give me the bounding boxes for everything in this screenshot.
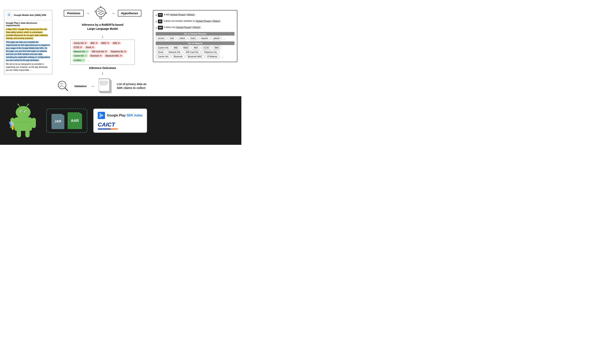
ph-row: Premises → ← Hypo [64,6,141,20]
google-logo: G [6,12,12,18]
svg-rect-8 [100,17,102,19]
verbal-phrases-chips: access read collect share request upload… [156,37,234,40]
tag-location: Location✓ [72,58,86,62]
tag-sim-card-info: SIM Card Info✕ [90,50,108,53]
sdk-body: Google Play's data disclosure requiremen… [4,20,52,74]
sdk-para1-highlight: In May 2021, Google Play announced the n… [6,28,48,39]
sdk-card-header: G Google Mobile Ads (GMA) SDK [4,10,52,20]
sdk-card: G Google Mobile Ads (GMA) SDK Google Pla… [4,10,52,74]
aar-shape: AAR [68,112,82,129]
svg-text:</>: </> [60,83,64,85]
svg-point-34 [28,104,29,105]
tag-telephone-no: Telephone No✕ [109,50,128,53]
svg-point-32 [18,104,19,105]
chip-request: request [199,37,210,40]
svg-rect-13 [60,86,65,87]
caict-group: CAICT [98,121,118,130]
svg-point-7 [106,13,107,14]
svg-rect-12 [60,85,63,86]
obj-dots: ... [220,55,224,58]
ph-text: It will (Verbal Phrase) (Object) . [164,13,196,16]
obj-sim-card-info: SIM Card Info [183,50,201,54]
sdk-index-box: Google Play SDK Index CAICT [93,109,147,133]
jar-aar-box: JAR AAR [46,109,87,133]
chip-read: read [168,37,176,40]
obj-sms: SMS [212,46,221,49]
nh-badge: NH [158,26,163,29]
tag-dots: ... [86,58,90,62]
svg-line-33 [27,105,28,107]
sdk-para1: In May 2021, Google Play announced the n… [6,28,50,40]
hyp-item-ph: • PH It will (Verbal Phrase) (Object) . [156,13,234,18]
gp-icon [98,112,105,119]
caict-text: CAICT [98,121,118,128]
sdk-para2-highlight: This page can help you complete the requ… [6,41,50,61]
objects-chips-2: Serial Network Info SIM Card Info Teleph… [156,50,234,54]
validation-label: Validation [74,85,86,88]
svg-rect-14 [60,83,62,84]
ih-badge: IH [158,19,162,23]
obj-meid: MEID [181,46,191,49]
tag-carrier-info: Carrier Info✕ [72,41,88,45]
tag-imsi: IMSI✕ [112,41,122,45]
jar-shape: JAR [51,114,64,129]
sdk-para2: This page can help you complete the requ… [6,41,50,62]
svg-point-0 [96,8,105,17]
svg-line-10 [65,88,68,91]
jar-label: JAR [55,120,61,123]
svg-rect-25 [14,117,32,131]
validation-label-group: Validation [74,85,86,88]
premises-box: Premises [64,10,84,17]
gp-title: Google Play SDK Index [107,114,143,117]
tag-imei: IMEI✕ [89,41,99,45]
svg-point-26 [16,106,31,119]
svg-point-1 [100,6,101,7]
svg-point-29 [20,111,21,112]
caict-underline [98,129,118,130]
arrow-to-list: → [91,84,95,88]
gp-sdk-row: Google Play SDK Index [98,112,143,119]
tag-bluetooth-mac: Bluetooth MAC✕ [104,54,123,57]
tag-row-2: Network Info✓ SIM Card Info✕ Telephone N… [72,50,133,53]
tag-bluetooth: Bluetooth✕ [89,54,103,57]
validation-icon: </> [56,79,70,93]
jar-file-icon: JAR [51,114,64,129]
list-label: List of privacy data an SDK claims to co… [117,82,149,90]
brain-icon [94,6,108,20]
chip-access: access [156,37,167,40]
chip-share: share [188,37,198,40]
tag-serial: Serial✕ [84,46,95,49]
outcomes-label: Inference Outcomes [89,66,116,70]
obj-imsi: IMSI [191,46,200,49]
tag-row-3: Carrier Info✓ Bluetooth✕ Bluetooth MAC✕ … [72,54,133,62]
objects-chips-1: Carrier Info IMEI MEID IMSI ICCID SMS [156,46,234,49]
svg-point-4 [95,11,95,11]
right-panel: • PH It will (Verbal Phrase) (Object) . … [153,10,237,62]
obj-carrier-info-2: Carrier Info [156,55,171,58]
obj-telephone-no: Telephone No. [202,50,220,54]
ih-text: It does not mention whether to (Verbal P… [164,19,221,23]
ph-badge: PH [158,13,163,17]
llm-label: Inference by a RoBERTa-based Large Langu… [82,23,123,31]
svg-line-31 [18,105,20,107]
hyp-item-nh: • NH It does not (Verbal Phrase) (Object… [156,26,234,30]
svg-text:✓: ✓ [100,83,101,84]
tag-carrier-info-2: Carrier Info✓ [72,54,88,57]
bottom-section: JAR AAR Google Play SDK Index CAICT [0,96,241,145]
tag-row-1: Carrier Info✕ IMEI✕ MEID✕ IMSI✕ ICCID✕ S… [72,41,133,49]
chip-upload: upload [211,37,222,40]
obj-bluetooth: Bluetooth [172,55,185,58]
obj-iccid: ICCID [201,46,211,49]
obj-imei: IMEI [172,46,180,49]
obj-ip-address: IP Address [205,55,220,58]
tag-network-info: Network Info✓ [72,50,89,53]
sdk-subtitle: Google Play's data disclosure requiremen… [6,22,50,27]
sdk-title: Google Mobile Ads (GMA) SDK [14,14,47,17]
arrow-left: ← [112,11,116,16]
aar-label: AAR [71,119,79,123]
android-robot [8,103,40,139]
sdk-para3: We aim to be as transparent as possible … [6,63,50,72]
objects-chips-3: Carrier Info Bluetooth Bluetooth MAC IP … [156,55,234,58]
obj-serial: Serial [156,50,166,54]
vp-dots: ... [223,37,226,40]
